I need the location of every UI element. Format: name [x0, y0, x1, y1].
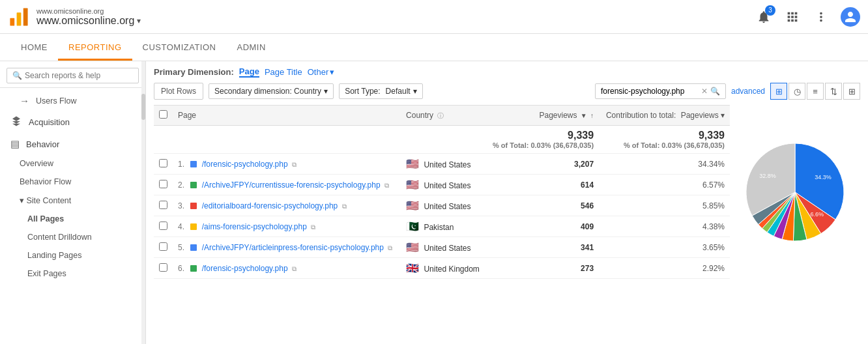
- pageviews-cell: 273: [486, 258, 599, 279]
- plot-rows-button[interactable]: Plot Rows: [154, 83, 203, 100]
- sidebar-item-exit-pages[interactable]: Exit Pages: [0, 265, 145, 283]
- row-checkbox-cell[interactable]: [154, 154, 173, 175]
- country-flag: 🇺🇸: [406, 179, 419, 190]
- svg-rect-0: [10, 18, 14, 25]
- site-url-large[interactable]: www.omicsonline.org ▾: [36, 15, 141, 27]
- dim-page-title[interactable]: Page Title: [265, 67, 302, 77]
- search-box[interactable]: 🔍: [7, 68, 139, 83]
- page-link[interactable]: /editorialboard-forensic-psychology.php: [202, 201, 338, 210]
- country-name: United States: [424, 202, 470, 211]
- dim-other[interactable]: Other ▾: [308, 67, 335, 77]
- select-all-checkbox[interactable]: [159, 110, 167, 119]
- sort-type-select[interactable]: Sort Type: Default ▾: [339, 83, 423, 99]
- view-comparison-icon[interactable]: ⇅: [825, 83, 842, 100]
- external-link-icon[interactable]: ⧉: [292, 265, 297, 272]
- filter-input[interactable]: [601, 87, 699, 96]
- row-number: 2.: [178, 180, 184, 190]
- page-link[interactable]: /ArchiveJFPY/articleinpress-forensic-psy…: [202, 243, 384, 252]
- sidebar-item-users-flow[interactable]: → Users Flow: [0, 91, 145, 111]
- nav-home[interactable]: HOME: [10, 36, 58, 61]
- page-link[interactable]: /forensic-psychology.php: [202, 160, 288, 169]
- sidebar-item-landing-pages[interactable]: Landing Pages: [0, 246, 145, 265]
- row-checkbox[interactable]: [159, 201, 167, 209]
- sort-desc-icon[interactable]: ▼: [581, 112, 587, 119]
- contribution-cell: 6.57%: [599, 175, 730, 195]
- select-all-header[interactable]: [154, 106, 173, 126]
- contribution-type-select[interactable]: Pageviews ▾: [681, 111, 725, 120]
- row-checkbox[interactable]: [159, 159, 167, 167]
- view-grid-icon[interactable]: ⊞: [770, 83, 787, 100]
- page-link[interactable]: /ArchiveJFPY/currentissue-forensic-psych…: [202, 180, 381, 190]
- row-checkbox-cell[interactable]: [154, 216, 173, 237]
- external-link-icon[interactable]: ⧉: [342, 203, 347, 210]
- nav-reporting[interactable]: REPORTING: [58, 36, 132, 61]
- view-pie-icon[interactable]: ◷: [788, 83, 805, 100]
- row-checkbox[interactable]: [159, 180, 167, 188]
- sort-asc-icon[interactable]: ↑: [590, 112, 594, 119]
- nav-bar: HOME REPORTING CUSTOMIZATION ADMIN: [0, 34, 868, 61]
- sidebar-item-overview[interactable]: Overview: [0, 154, 145, 173]
- toolbar: Plot Rows Secondary dimension: Country ▾…: [154, 83, 860, 100]
- row-checkbox-cell[interactable]: [154, 195, 173, 216]
- sidebar-item-site-content[interactable]: ▾ Site Content: [0, 191, 145, 210]
- apps-button[interactable]: [783, 8, 802, 26]
- top-bar-left: www.omicsonline.org www.omicsonline.org …: [8, 6, 141, 28]
- top-bar: www.omicsonline.org www.omicsonline.org …: [0, 0, 868, 34]
- nav-admin[interactable]: ADMIN: [226, 36, 276, 61]
- country-header[interactable]: Country ⓘ: [401, 106, 486, 126]
- external-link-icon[interactable]: ⧉: [384, 182, 389, 189]
- top-bar-right: 3: [755, 7, 860, 27]
- row-checkbox[interactable]: [159, 242, 167, 251]
- page-link[interactable]: /forensic-psychology.php: [202, 264, 288, 273]
- secondary-dim-select[interactable]: Secondary dimension: Country ▾: [209, 83, 334, 99]
- page-link[interactable]: /aims-forensic-psychology.php: [202, 222, 307, 231]
- search-filter[interactable]: ✕ 🔍: [595, 83, 726, 99]
- search-filter-icon[interactable]: 🔍: [710, 87, 720, 96]
- sidebar-item-acquisition[interactable]: Acquisition: [0, 111, 145, 134]
- view-bar-icon[interactable]: ≡: [807, 83, 824, 100]
- row-number: 5.: [178, 243, 184, 252]
- table-row: 2. /ArchiveJFPY/currentissue-forensic-ps…: [154, 175, 730, 195]
- external-link-icon[interactable]: ⧉: [388, 244, 392, 251]
- country-info-icon: ⓘ: [437, 112, 444, 119]
- view-pivot-icon[interactable]: ⊞: [843, 83, 860, 100]
- row-checkbox-cell[interactable]: [154, 175, 173, 195]
- contribution-cell: 4.38%: [599, 216, 730, 237]
- row-checkbox-cell[interactable]: [154, 258, 173, 279]
- sidebar-item-content-drilldown[interactable]: Content Drilldown: [0, 228, 145, 246]
- page-header[interactable]: Page: [173, 106, 401, 126]
- scrollbar-thumb[interactable]: [141, 94, 145, 120]
- page-cell: 6. /forensic-psychology.php ⧉: [173, 258, 401, 279]
- row-color-dot: [190, 182, 197, 188]
- row-checkbox[interactable]: [159, 263, 167, 272]
- country-name: United States: [424, 181, 470, 190]
- more-options-button[interactable]: [812, 8, 830, 26]
- external-link-icon[interactable]: ⧉: [311, 223, 315, 231]
- country-cell: 🇺🇸 United States: [401, 195, 486, 216]
- clear-filter-icon[interactable]: ✕: [701, 87, 708, 96]
- row-checkbox[interactable]: [159, 222, 167, 230]
- behavior-icon: ▤: [10, 138, 20, 150]
- page-cell: 2. /ArchiveJFPY/currentissue-forensic-ps…: [173, 175, 401, 195]
- row-color-dot: [190, 265, 197, 272]
- external-link-icon[interactable]: ⧉: [292, 161, 297, 168]
- avatar[interactable]: [841, 7, 860, 27]
- table-header-row: Page Country ⓘ Pageviews ▼ ↑: [154, 106, 730, 126]
- nav-customization[interactable]: CUSTOMIZATION: [132, 36, 227, 61]
- site-dropdown-arrow[interactable]: ▾: [137, 16, 141, 25]
- pageviews-cell: 3,207: [486, 154, 599, 175]
- sidebar-item-all-pages[interactable]: All Pages: [0, 210, 145, 228]
- sidebar-scrollbar[interactable]: [141, 61, 145, 344]
- totals-row: 9,339 % of Total: 0.03% (36,678,035) 9,3…: [154, 126, 730, 154]
- sidebar-item-behavior-flow[interactable]: Behavior Flow: [0, 173, 145, 191]
- notification-button[interactable]: 3: [755, 8, 773, 26]
- sidebar-search: 🔍: [0, 61, 145, 88]
- advanced-link[interactable]: advanced: [731, 87, 765, 96]
- country-flag: 🇺🇸: [406, 242, 419, 253]
- contribution-cell: 2.92%: [599, 258, 730, 279]
- search-input[interactable]: [25, 71, 133, 80]
- sidebar-item-behavior[interactable]: ▤ Behavior: [0, 134, 145, 154]
- pageviews-header[interactable]: Pageviews ▼ ↑: [486, 106, 599, 126]
- dim-page[interactable]: Page: [239, 66, 259, 78]
- row-checkbox-cell[interactable]: [154, 237, 173, 258]
